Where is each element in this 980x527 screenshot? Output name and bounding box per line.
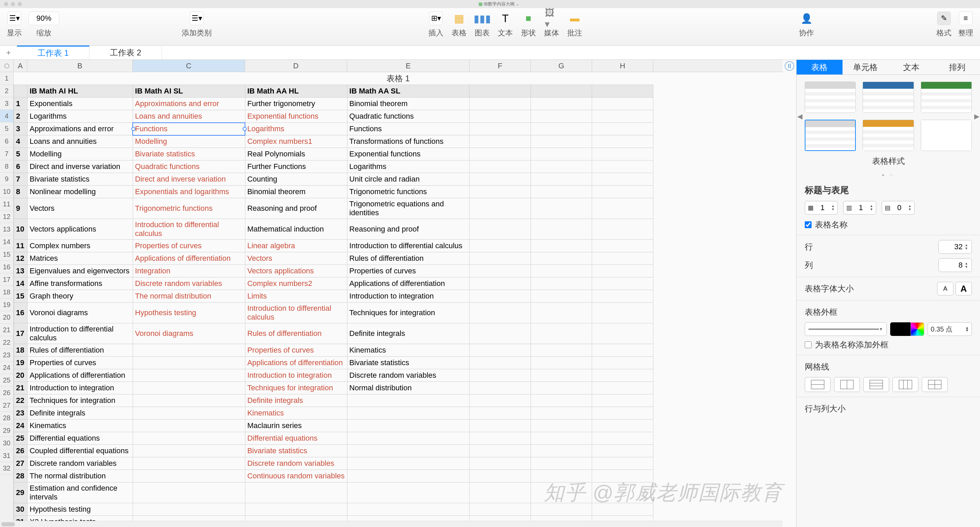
cell[interactable] — [592, 470, 653, 483]
cell[interactable] — [469, 278, 531, 290]
header-rows-value[interactable] — [816, 203, 829, 212]
cell[interactable]: Introduction to differential calculus — [245, 303, 347, 323]
cell[interactable]: Exponentials — [27, 98, 133, 110]
row-index[interactable]: 2 — [14, 110, 27, 123]
cell[interactable]: Techniques for integration — [347, 303, 469, 323]
cell[interactable] — [531, 483, 592, 503]
cell[interactable]: Bivariate statistics — [245, 445, 347, 457]
row-index[interactable]: 28 — [14, 470, 27, 483]
cell[interactable]: Loans and annuities — [133, 110, 245, 123]
row-number[interactable]: 7 — [0, 148, 13, 160]
table-style-6[interactable] — [921, 120, 972, 151]
col-header-E[interactable]: E — [347, 60, 469, 72]
style-prev-icon[interactable]: ◀ — [797, 112, 802, 121]
cell[interactable] — [469, 173, 531, 186]
cell[interactable] — [469, 110, 531, 123]
cell[interactable] — [469, 240, 531, 252]
row-index[interactable]: 17 — [14, 323, 27, 344]
row-number[interactable]: 13 — [0, 223, 13, 236]
row-index[interactable]: 7 — [14, 173, 27, 186]
cell[interactable]: Rules of differentiation — [27, 344, 133, 357]
spreadsheet-canvas[interactable]: A B C D E F G H 123456789101112131415161… — [0, 60, 796, 527]
format-button[interactable]: ✎格式 — [937, 11, 951, 38]
add-column-handle[interactable] — [785, 61, 794, 71]
cell[interactable]: Binomial theorem — [245, 186, 347, 198]
cell[interactable]: Direct and inverse variation — [133, 173, 245, 186]
table-style-1[interactable] — [805, 82, 856, 113]
comment-button[interactable]: ▬批注 — [567, 11, 582, 38]
cell[interactable] — [469, 290, 531, 303]
row-number[interactable]: 14 — [0, 236, 13, 248]
cell[interactable] — [469, 98, 531, 110]
cell[interactable] — [592, 323, 653, 344]
inspector-tab-table[interactable]: 表格 — [797, 60, 843, 75]
row-number[interactable]: 28 — [0, 412, 13, 424]
cell[interactable] — [469, 445, 531, 457]
cell[interactable] — [531, 135, 592, 148]
row-index[interactable]: 22 — [14, 394, 27, 407]
header-h[interactable] — [592, 85, 653, 98]
row-index[interactable]: 30 — [14, 503, 27, 516]
cell[interactable] — [592, 483, 653, 503]
cell[interactable]: Exponentials and logarithms — [133, 186, 245, 198]
cell[interactable]: Discrete random variables — [133, 278, 245, 290]
cell[interactable]: Quadratic functions — [347, 110, 469, 123]
row-index[interactable]: 27 — [14, 457, 27, 470]
cell[interactable] — [133, 470, 245, 483]
cell[interactable] — [347, 394, 469, 407]
cell[interactable] — [469, 344, 531, 357]
cell[interactable] — [245, 503, 347, 516]
cell[interactable] — [531, 445, 592, 457]
cell[interactable]: Real Polynomials — [245, 148, 347, 160]
cell[interactable] — [469, 252, 531, 265]
cell[interactable] — [469, 483, 531, 503]
gridline-btn-3[interactable] — [863, 377, 889, 392]
cell[interactable] — [531, 457, 592, 470]
cell[interactable] — [592, 123, 653, 135]
row-index[interactable]: 13 — [14, 265, 27, 278]
header-e[interactable]: IB Math AA SL — [347, 85, 469, 98]
footer-rows-value[interactable] — [893, 203, 905, 212]
cell[interactable]: Introduction to integration — [245, 369, 347, 382]
cell[interactable] — [592, 265, 653, 278]
cell[interactable] — [347, 407, 469, 419]
outline-title-checkbox[interactable] — [805, 341, 811, 348]
cell[interactable] — [531, 160, 592, 173]
cell[interactable] — [469, 419, 531, 432]
cell[interactable] — [531, 357, 592, 369]
cell[interactable] — [133, 357, 245, 369]
cell[interactable] — [592, 278, 653, 290]
cell[interactable] — [592, 198, 653, 219]
cell[interactable] — [469, 219, 531, 240]
row-index[interactable]: 8 — [14, 186, 27, 198]
cell[interactable]: Further trigonometry — [245, 98, 347, 110]
outline-style-select[interactable]: ▼ — [805, 322, 887, 336]
cell[interactable]: Properties of curves — [133, 240, 245, 252]
cell[interactable]: Introduction to differential calculus — [133, 219, 245, 240]
cell[interactable]: Binomial theorem — [347, 98, 469, 110]
cell[interactable]: Counting — [245, 173, 347, 186]
cell[interactable] — [531, 265, 592, 278]
cell[interactable] — [592, 160, 653, 173]
cell[interactable]: Integration — [133, 265, 245, 278]
table-style-3[interactable] — [921, 82, 972, 113]
add-sheet-button[interactable]: + — [0, 46, 17, 59]
row-index[interactable]: 23 — [14, 407, 27, 419]
cell[interactable]: Approximations and error — [27, 123, 133, 135]
cell[interactable]: Properties of curves — [245, 344, 347, 357]
row-index[interactable]: 19 — [14, 357, 27, 369]
cell[interactable] — [592, 173, 653, 186]
inspector-tab-text[interactable]: 文本 — [888, 60, 934, 75]
row-number[interactable]: 32 — [0, 462, 13, 475]
cell[interactable]: Kinematics — [27, 419, 133, 432]
row-number[interactable]: 29 — [0, 424, 13, 437]
cell[interactable]: Further Functions — [245, 160, 347, 173]
cell[interactable]: Logarithms — [347, 160, 469, 173]
row-number[interactable]: 22 — [0, 336, 13, 349]
col-header-B[interactable]: B — [27, 60, 133, 72]
font-smaller-button[interactable]: A — [937, 282, 953, 295]
cell[interactable] — [469, 369, 531, 382]
cell[interactable] — [469, 265, 531, 278]
outline-color-picker[interactable] — [911, 322, 924, 336]
cell[interactable] — [133, 369, 245, 382]
